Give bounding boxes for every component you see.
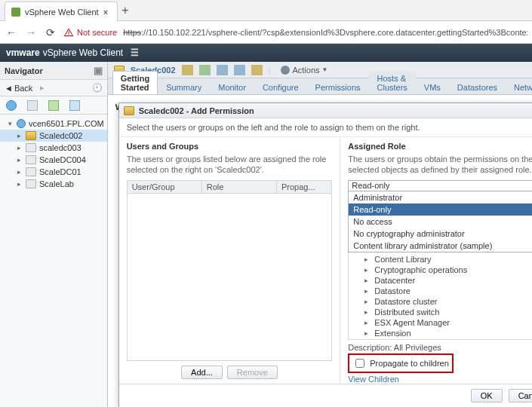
role-subtext: The users or groups obtain the permissio… — [348, 154, 532, 176]
new-folder-icon[interactable] — [217, 65, 228, 75]
chevron-right-icon: ▸ — [40, 83, 45, 93]
datacenter-icon — [26, 143, 36, 152]
vcenter-icon — [17, 119, 26, 128]
url-field[interactable]: https://10.150.102.221/vsphere-client/?c… — [123, 28, 527, 37]
expand-icon[interactable]: ▸ — [15, 168, 23, 176]
tab-getting-started[interactable]: Getting Started — [112, 71, 158, 94]
tree-root[interactable]: ▾ vcen6501.FPL.COM — [0, 118, 107, 130]
forward-icon: → — [24, 26, 38, 39]
new-tab-button[interactable]: + — [118, 0, 133, 20]
datacenter-icon — [26, 155, 36, 164]
navigator-view-icons — [0, 96, 107, 115]
role-option[interactable]: No cryptography administrator — [349, 228, 532, 240]
network-view-icon[interactable] — [69, 100, 80, 111]
gear-icon — [281, 66, 290, 75]
tree-item-scaledc004[interactable]: ▸ ScaleDC004 — [0, 154, 107, 166]
browser-tab[interactable]: vSphere Web Client × — [5, 2, 118, 21]
browser-tabstrip: vSphere Web Client × + — [0, 0, 532, 21]
reload-icon[interactable]: ⟳ — [44, 26, 57, 39]
role-option[interactable]: Content library administrator (sample) — [349, 240, 532, 252]
users-grid[interactable] — [127, 194, 333, 361]
expand-icon[interactable]: ▸ — [15, 156, 23, 164]
role-heading: Assigned Role — [348, 142, 532, 151]
ok-button[interactable]: OK — [471, 389, 503, 402]
datacenter-icon — [26, 179, 36, 188]
assigned-role-column: Assigned Role The users or groups obtain… — [340, 137, 532, 384]
privileges-list[interactable]: ▸Content Library ▸Cryptographic operatio… — [348, 252, 532, 340]
role-option-selected[interactable]: Read-only — [349, 204, 532, 216]
checkbox[interactable] — [355, 359, 364, 368]
users-subtext: The users or groups listed below are ass… — [127, 154, 333, 176]
browser-toolbar: ← → ⟳ Not secure https://10.150.102.221/… — [0, 21, 532, 44]
expand-icon[interactable]: ▸ — [15, 180, 23, 188]
expand-icon[interactable]: ▾ — [6, 120, 14, 127]
role-option[interactable]: Administrator — [349, 191, 532, 204]
col-propagate[interactable]: Propag... — [277, 181, 331, 193]
chevron-left-icon: ◄ — [5, 84, 13, 93]
role-dropdown: Administrator Read-only No access No cry… — [348, 191, 532, 252]
privilege-description: Description: All Privileges — [348, 343, 532, 352]
datacenter-icon — [124, 106, 134, 115]
tree-item-scaledc003[interactable]: ▸ scaledc003 — [0, 142, 107, 154]
dialog-footer: OK Cancel — [119, 384, 532, 407]
datacenter-icon — [26, 167, 36, 176]
vms-view-icon[interactable] — [27, 100, 38, 111]
tab-configure[interactable]: Configure — [254, 80, 307, 94]
tab-hosts-clusters[interactable]: Hosts & Clusters — [369, 71, 416, 94]
add-permission-dialog: Scaledc002 - Add Permission ? ▸▸ Select … — [118, 103, 532, 407]
warning-icon — [63, 27, 74, 38]
expand-icon[interactable]: ▸ — [15, 144, 23, 151]
tab-title: vSphere Web Client — [25, 8, 99, 17]
object-header: Scaledc002 | Actions ▼ — [108, 62, 532, 78]
col-user[interactable]: User/Group — [128, 181, 202, 193]
favicon — [11, 8, 20, 17]
tree-item-scaledc002[interactable]: ▸ Scaledc002 — [0, 130, 107, 142]
object-tabs: Getting Started Summary Monitor Configur… — [108, 78, 532, 95]
pin-icon[interactable]: ▣ — [94, 65, 103, 76]
cancel-button[interactable]: Cancel — [509, 389, 532, 402]
security-badge[interactable]: Not secure — [63, 27, 117, 38]
users-groups-column: Users and Groups The users or groups lis… — [119, 137, 341, 384]
close-icon[interactable]: × — [103, 8, 108, 17]
users-heading: Users and Groups — [127, 142, 333, 151]
tab-datastores[interactable]: Datastores — [449, 80, 506, 94]
col-role[interactable]: Role — [202, 181, 277, 193]
navigator-panel: Navigator ▣ ◄ Back ▸ 🕘 ▾ vcen6501.FPL.CO… — [0, 62, 108, 407]
main-panel: Scaledc002 | Actions ▼ Getting Started S… — [108, 62, 532, 407]
add-button[interactable]: Add... — [181, 366, 223, 379]
hosts-view-icon[interactable] — [6, 100, 17, 111]
users-grid-header: User/Group Role Propag... — [127, 180, 333, 194]
dialog-description: Select the users or groups on the left a… — [119, 118, 532, 137]
back-icon[interactable]: ← — [5, 26, 18, 39]
dialog-titlebar[interactable]: Scaledc002 - Add Permission ? ▸▸ — [119, 103, 532, 118]
view-children-link[interactable]: View Children — [348, 375, 532, 384]
propagate-checkbox[interactable]: Propagate to children — [348, 353, 454, 373]
new-dvs-icon[interactable] — [234, 65, 245, 75]
role-select[interactable]: Read-only ▾ — [348, 180, 532, 191]
dialog-title: Scaledc002 - Add Permission — [139, 106, 254, 115]
tab-summary[interactable]: Summary — [158, 80, 210, 94]
tab-monitor[interactable]: Monitor — [210, 80, 254, 94]
tab-permissions[interactable]: Permissions — [307, 80, 369, 94]
role-option[interactable]: No access — [349, 216, 532, 228]
new-cluster-icon[interactable] — [199, 65, 211, 75]
remove-button: Remove — [227, 366, 278, 379]
chevron-down-icon: ▼ — [322, 66, 328, 73]
expand-icon[interactable]: ▸ — [15, 132, 23, 139]
tab-vms[interactable]: VMs — [416, 80, 449, 94]
inventory-tree: ▾ vcen6501.FPL.COM ▸ Scaledc002 ▸ scaled… — [0, 115, 107, 193]
actions-menu[interactable]: Actions ▼ — [281, 66, 328, 75]
tree-item-scalelab[interactable]: ▸ ScaleLab — [0, 178, 107, 190]
navigator-back-row: ◄ Back ▸ 🕘 — [0, 80, 107, 96]
history-icon[interactable]: 🕘 — [92, 83, 103, 93]
new-vm-icon[interactable] — [251, 65, 263, 75]
menu-icon[interactable]: ☰ — [131, 47, 139, 58]
tree-item-scaledc01[interactable]: ▸ ScaleDC01 — [0, 166, 107, 178]
datacenter-icon — [26, 131, 36, 140]
app-title: vSphere Web Client — [43, 47, 124, 58]
tab-networks[interactable]: Networks — [506, 80, 532, 94]
add-host-icon[interactable] — [182, 65, 193, 75]
navigator-back-button[interactable]: ◄ Back — [0, 84, 37, 93]
brand: vmware — [6, 47, 40, 58]
storage-view-icon[interactable] — [48, 100, 59, 111]
